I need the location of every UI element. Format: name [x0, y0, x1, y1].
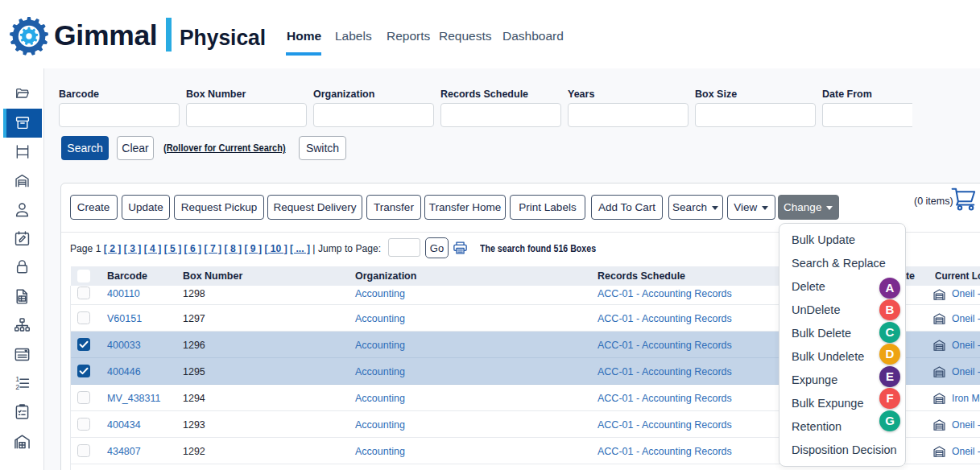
svg-text:2: 2	[15, 383, 19, 391]
